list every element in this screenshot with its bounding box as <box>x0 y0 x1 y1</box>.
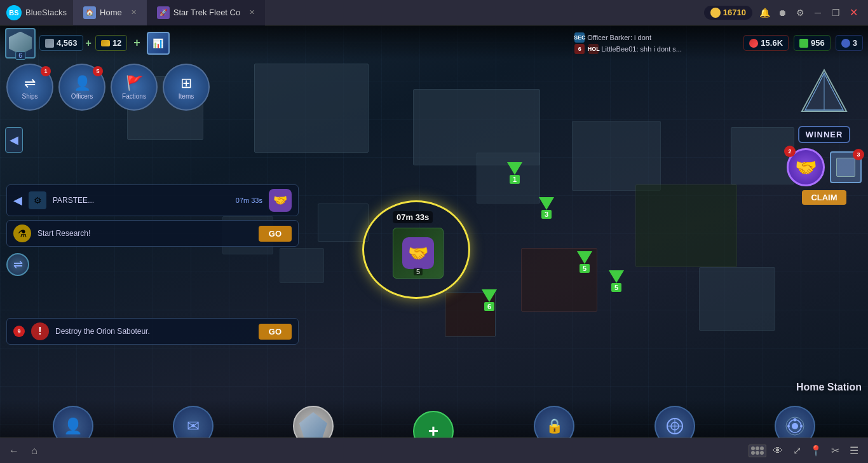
quest-timer-1: 07m 33s <box>236 197 262 204</box>
marker-num-6: 6 <box>484 302 494 311</box>
titlebar-controls: 16710 🔔 ⏺ ⚙ ─ ❐ ✕ <box>695 6 868 20</box>
officers-badge: 5 <box>93 66 103 76</box>
marker-arrow-5b <box>609 270 624 283</box>
restore-icon[interactable]: ❐ <box>830 7 841 18</box>
quest-panel: ◀ ⚙ PARSTEE... 07m 33s 🤝 ⚗ Start Researc… <box>6 184 299 345</box>
coin-icon <box>710 8 721 18</box>
green-resource-value: 956 <box>811 38 825 48</box>
map-marker-green-3: 3 <box>537 197 556 220</box>
marker-arrow-6 <box>482 289 497 302</box>
quest-item-2: ⚗ Start Research! GO <box>6 220 299 247</box>
marker-arrow-5a <box>577 251 592 264</box>
filter-button[interactable]: ⇌ <box>6 253 29 276</box>
exterior-icon <box>665 416 685 436</box>
chat-badge-6: 6 <box>574 44 585 54</box>
map-marker-green-5b: 5 <box>607 270 626 293</box>
chat-line-1: SEC Officer Barker: i dont <box>574 32 740 43</box>
system-icon <box>785 416 805 436</box>
taskbar-resize-icon[interactable]: ⤢ <box>789 443 804 459</box>
game-tab-label: Star Trek Fleet Co <box>173 8 240 17</box>
red-resource-value: 15.6K <box>761 38 783 48</box>
officers-label: Officers <box>71 93 93 100</box>
red-resource: 15.6K <box>743 35 789 51</box>
close-icon[interactable]: ✕ <box>848 7 859 18</box>
tab-game[interactable]: 🚀 Star Trek Fleet Co ✕ <box>147 0 265 25</box>
quest-icon-1: ⚙ <box>29 191 46 209</box>
record-icon[interactable]: ⏺ <box>776 7 788 18</box>
building-timer: 07m 33s <box>393 211 433 223</box>
building-level-num: 5 <box>414 268 423 275</box>
coin-value: 16710 <box>723 8 746 17</box>
bluestacks-logo: BS BlueStacks <box>0 5 73 20</box>
chat-display: SEC Officer Barker: i dont 6 HOL LittleB… <box>574 32 740 55</box>
coins-display: 16710 <box>704 6 752 20</box>
minimize-icon[interactable]: ─ <box>812 7 824 18</box>
blue-resource-value: 3 <box>853 38 857 48</box>
chat-badge-sec: SEC <box>574 32 585 43</box>
map-marker-5b: 5 <box>607 270 626 293</box>
ships-button[interactable]: 1 ⇌ Ships <box>6 64 53 111</box>
chat-badge-hol: HOL <box>588 44 599 54</box>
alliance-building-icon: 🤝 <box>402 237 434 269</box>
marker-num-3: 3 <box>541 210 552 219</box>
items-button[interactable]: ⊞ Items <box>163 64 210 111</box>
chat-line-2: 6 HOL LittleBee01: shh i dont s... <box>574 43 740 55</box>
gold-ingot-value: 12 <box>112 38 121 48</box>
officers-button[interactable]: 5 👤 Officers <box>58 64 105 111</box>
quest-badge-9: 9 <box>13 326 25 337</box>
left-nav: 1 ⇌ Ships 5 👤 Officers 🚩 Factions ⊞ Item… <box>6 64 210 111</box>
map-marker-green-6: 6 <box>480 289 499 312</box>
parsteel-icon <box>45 39 54 48</box>
player-avatar[interactable]: 6 <box>5 28 36 59</box>
notification-icon[interactable]: 🔔 <box>759 7 770 18</box>
settings-icon[interactable]: ⚙ <box>794 7 806 18</box>
svg-point-7 <box>792 423 798 429</box>
saboteur-go-button[interactable]: GO <box>259 324 292 340</box>
gold-ingot-icon <box>101 40 110 46</box>
chat-text-2: LittleBee01: shh i dont s... <box>601 45 682 53</box>
claim-area: 2 🤝 3 CLAIM <box>787 148 862 205</box>
ships-label: Ships <box>22 93 37 100</box>
right-panel: WINNER 2 🤝 3 CLAIM <box>787 64 862 205</box>
box-claim-wrapper: 3 <box>830 151 862 183</box>
quest-handshake-button[interactable]: 🤝 <box>269 189 292 212</box>
quest-text-1: PARSTEE... <box>53 196 229 205</box>
map-marker-1: 1 <box>505 162 524 185</box>
claim-badge-2: 2 <box>784 146 796 157</box>
left-nav-arrow[interactable]: ◀ <box>5 127 23 153</box>
tab-close[interactable]: ✕ <box>131 8 137 17</box>
game-tab-close[interactable]: ✕ <box>249 8 255 17</box>
research-go-button[interactable]: GO <box>259 226 292 242</box>
factions-button[interactable]: 🚩 Factions <box>111 64 158 111</box>
taskbar-home-icon[interactable]: ⌂ <box>27 443 42 459</box>
quest-arrow-1[interactable]: ◀ <box>13 193 22 207</box>
map-marker-3: 3 <box>537 197 556 220</box>
taskbar-keyboard-icon[interactable] <box>749 445 766 457</box>
app-name: BlueStacks <box>25 8 67 17</box>
taskbar-back-icon[interactable]: ← <box>6 443 22 459</box>
top-hud: 6 4,563 + 12 + 📊 SEC Officer Barker: i d… <box>0 25 868 60</box>
star-trek-logo <box>796 64 853 121</box>
marker-num-5b: 5 <box>611 283 621 292</box>
taskbar-menu-icon[interactable]: ☰ <box>846 443 862 459</box>
winner-badge: WINNER <box>798 126 851 143</box>
taskbar-right: 👁 ⤢ 📍 ✂ ☰ <box>749 443 862 459</box>
items-icon: ⊞ <box>180 75 192 92</box>
parsteel-box: 4,563 <box>39 35 83 51</box>
taskbar-location-icon[interactable]: 📍 <box>808 443 824 459</box>
claim-badge-3: 3 <box>853 149 864 160</box>
red-resource-icon <box>749 39 758 48</box>
tab-home[interactable]: 🏠 Home ✕ <box>73 0 147 25</box>
taskbar-eye-icon[interactable]: 👁 <box>770 443 785 459</box>
stats-button[interactable]: 📊 <box>147 32 170 55</box>
alliance-center-building[interactable]: 🤝 5 <box>393 228 444 279</box>
home-tab-label: Home <box>100 8 122 17</box>
taskbar-scissors-icon[interactable]: ✂ <box>827 443 843 459</box>
res-add-button[interactable]: + <box>133 36 140 50</box>
claim-button[interactable]: CLAIM <box>802 190 846 205</box>
parsteel-add-button[interactable]: + <box>86 38 92 49</box>
game-viewport: 6 4,563 + 12 + 📊 SEC Officer Barker: i d… <box>0 25 868 463</box>
gold-ingot-resource: 12 <box>95 35 127 51</box>
quest-text-2: Start Research! <box>37 229 252 238</box>
quest-item-1: ◀ ⚙ PARSTEE... 07m 33s 🤝 <box>6 184 299 216</box>
